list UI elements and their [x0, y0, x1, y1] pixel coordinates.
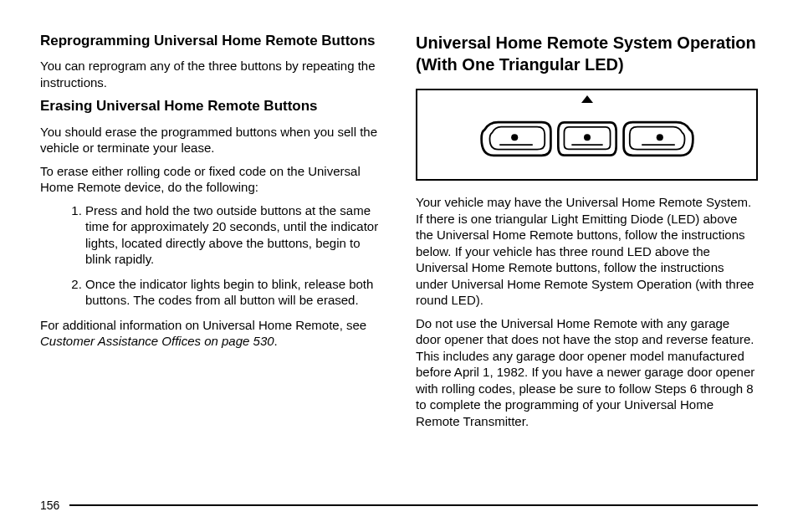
page-number: 156 [40, 499, 59, 512]
para-system-2: Do not use the Universal Home Remote wit… [416, 315, 758, 430]
remote-button-right [621, 115, 696, 162]
heading-erasing: Erasing Universal Home Remote Buttons [40, 97, 382, 115]
para-system-1: Your vehicle may have the Universal Home… [416, 194, 758, 309]
addl-reference: Customer Assistance Offices on page 530 [40, 334, 274, 348]
left-column: Reprogramming Universal Home Remote Butt… [40, 32, 382, 483]
svg-point-2 [584, 134, 591, 141]
para-erase-1: You should erase the programmed buttons … [40, 124, 382, 156]
remote-diagram [416, 89, 758, 181]
para-erase-2: To erase either rolling code or fixed co… [40, 163, 382, 196]
erase-step-1: Press and hold the two outside buttons a… [85, 202, 382, 268]
para-additional-info: For additional information on Universal … [40, 317, 382, 350]
footer-rule [69, 504, 758, 506]
right-column: Universal Home Remote System Operation (… [416, 32, 758, 483]
svg-point-0 [511, 134, 518, 141]
remote-button-center [554, 115, 621, 162]
addl-text-2: . [274, 334, 278, 348]
erase-steps-list: Press and hold the two outside buttons a… [40, 202, 382, 309]
erase-step-2: Once the indicator lights begin to blink… [85, 276, 382, 309]
heading-system-operation: Universal Home Remote System Operation (… [416, 32, 758, 75]
remote-button-left [478, 115, 554, 162]
page-footer: 156 [40, 499, 758, 512]
page-content: Reprogramming Universal Home Remote Butt… [40, 32, 758, 483]
triangular-led-icon [581, 95, 593, 103]
svg-point-4 [656, 134, 662, 141]
addl-text-1: For additional information on Universal … [40, 318, 366, 332]
para-reprogram: You can reprogram any of the three butto… [40, 58, 382, 90]
heading-reprogramming: Reprogramming Universal Home Remote Butt… [40, 32, 382, 49]
